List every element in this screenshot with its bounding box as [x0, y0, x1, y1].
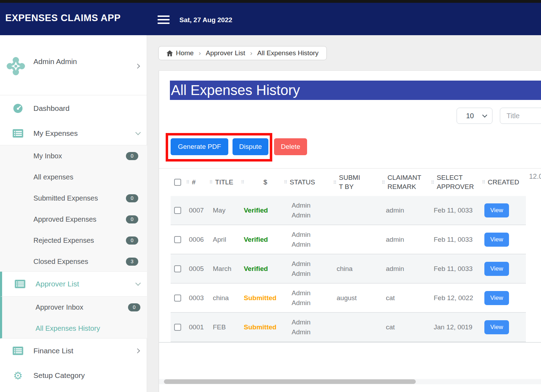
sidebar-item-label: Dashboard [33, 104, 70, 113]
status-badge: Verified [241, 207, 284, 214]
cell-title: china [209, 294, 241, 302]
page-title: All Expenses History [170, 82, 300, 98]
header-date: Sat, 27 Aug 2022 [179, 16, 232, 24]
drag-handle-icon[interactable]: ⠿ [241, 180, 244, 184]
drag-handle-icon[interactable]: ⠿ [209, 180, 213, 184]
cell-claimant-remark: august [333, 294, 382, 302]
chevron-down-icon [135, 129, 141, 135]
sidebar-item-approver-list[interactable]: Approver List [0, 272, 147, 296]
breadcrumb-separator: › [250, 49, 252, 57]
column-header-created[interactable]: ⠿ CREATED [482, 178, 526, 187]
column-header-title[interactable]: ⠿ TITLE [209, 178, 241, 187]
drag-handle-icon[interactable]: ⠿ [431, 180, 434, 185]
count-badge: 0 [126, 215, 138, 223]
sidebar-item-dashboard[interactable]: Dashboard [0, 95, 147, 122]
hamburger-menu-icon[interactable] [158, 15, 170, 25]
status-badge: Submitted [241, 294, 284, 302]
main-card: All Expenses History 10 Generate PDF Dis… [159, 70, 541, 392]
column-header-amount[interactable]: ⠿ $ [241, 178, 284, 187]
breadcrumb-approver-list[interactable]: Approver List [206, 49, 245, 57]
row-checkbox[interactable] [174, 295, 181, 302]
sidebar-item-all-expenses[interactable]: All expenses [0, 166, 147, 188]
sidebar-item-my-expenses[interactable]: My Expenses [0, 122, 147, 145]
status-badge: Verified [241, 265, 284, 273]
sidebar-item-approved-expenses[interactable]: Approved Expenses 0 [0, 209, 147, 230]
cell-select-approver: admin [382, 207, 431, 214]
cell-select-approver: cat [382, 323, 431, 331]
clipped-column-header: 12.0 [529, 172, 541, 181]
cell-title: May [209, 207, 241, 214]
view-button[interactable]: View [484, 291, 509, 305]
avatar [6, 57, 25, 76]
column-header-status[interactable]: ⠿ STATUS [284, 178, 333, 187]
column-header-select-approver[interactable]: ⠿ SELECT APPROVER [431, 173, 482, 191]
drag-handle-icon[interactable]: ⠿ [482, 180, 485, 184]
sidebar-item-my-inbox[interactable]: My Inbox 0 [0, 145, 147, 166]
row-checkbox[interactable] [174, 236, 181, 243]
sidebar-item-approver-inbox[interactable]: Approver Inbox 0 [2, 297, 149, 318]
sidebar-item-setup-category[interactable]: ⚙ Setup Category [0, 363, 147, 388]
sidebar-item-finance-list[interactable]: Finance List [0, 339, 147, 363]
row-checkbox[interactable] [174, 265, 181, 272]
chevron-right-icon [135, 348, 140, 353]
drag-handle-icon[interactable]: ⠿ [333, 180, 337, 185]
count-badge: 0 [126, 236, 138, 245]
cell-id: 0005 [186, 265, 209, 273]
sidebar-item-closed-expenses[interactable]: Closed Expenses 3 [0, 251, 147, 272]
breadcrumb: Home › Approver List › All Expenses Hist… [158, 46, 327, 60]
my-expenses-submenu: My Inbox 0 All expenses Submitted Expens… [0, 145, 147, 272]
cell-submit-by: Admin Admin [284, 288, 333, 308]
cell-id: 0003 [186, 294, 209, 302]
cell-submit-by: Admin Admin [284, 259, 333, 278]
table-row: 0005 March Verified Admin Admin china ad… [171, 254, 526, 284]
page-size-select[interactable]: 10 [457, 108, 492, 124]
view-button[interactable]: View [484, 233, 509, 247]
cell-submit-by: Admin Admin [284, 230, 333, 249]
horizontal-scrollbar-thumb[interactable] [164, 379, 416, 384]
chevron-down-icon [135, 280, 141, 286]
cell-created: Feb 11, 0033 [431, 236, 482, 244]
title-filter-input[interactable] [500, 108, 541, 124]
count-badge: 0 [126, 194, 138, 202]
home-icon [166, 50, 173, 56]
dashboard-gauge-icon [12, 103, 24, 113]
approver-submenu: Approver Inbox 0 All Expenses History [0, 296, 147, 339]
column-header-submit-by[interactable]: ⠿ SUBMI T BY [333, 173, 382, 191]
count-badge: 3 [126, 258, 138, 266]
select-all-checkbox[interactable] [174, 179, 181, 186]
sidebar-item-rejected-expenses[interactable]: Rejected Expenses 0 [0, 230, 147, 251]
table-row: 0007 May Verified Admin Admin admin Feb … [171, 196, 526, 225]
generate-pdf-button[interactable]: Generate PDF [171, 138, 228, 155]
count-badge: 0 [126, 152, 138, 160]
sidebar-item-all-expenses-history[interactable]: All Expenses History [2, 318, 149, 339]
status-badge: Verified [241, 236, 284, 244]
page-title-banner: All Expenses History [170, 81, 541, 100]
row-checkbox[interactable] [174, 324, 181, 331]
column-header-id[interactable]: ⠿ # [186, 178, 209, 187]
sidebar-item-label: My Expenses [33, 129, 78, 138]
drag-handle-icon[interactable]: ⠿ [186, 180, 190, 184]
cell-created: Feb 11, 0033 [431, 265, 482, 273]
sidebar-user[interactable]: Admin Admin [0, 48, 147, 84]
delete-button[interactable]: Delete [274, 138, 307, 155]
count-badge: 0 [128, 303, 140, 311]
view-button[interactable]: View [484, 320, 509, 334]
page-size-value: 10 [466, 112, 474, 120]
view-button[interactable]: View [484, 262, 509, 276]
horizontal-scrollbar-track[interactable] [159, 379, 541, 384]
cell-id: 0007 [186, 207, 209, 214]
dispute-button[interactable]: Dispute [233, 138, 268, 155]
drag-handle-icon[interactable]: ⠿ [382, 180, 385, 185]
chevron-down-icon [482, 113, 487, 118]
column-header-claimant-remark[interactable]: ⠿ CLAIMANT REMARK [382, 173, 431, 191]
cell-id: 0001 [186, 323, 209, 331]
cell-id: 0006 [186, 236, 209, 244]
sidebar: Admin Admin Dashboard My Expenses [0, 35, 147, 392]
view-button[interactable]: View [484, 203, 509, 217]
row-checkbox[interactable] [174, 207, 181, 214]
sidebar-item-submitted-expenses[interactable]: Submitted Expenses 0 [0, 188, 147, 209]
breadcrumb-home[interactable]: Home [166, 49, 194, 57]
user-name: Admin Admin [33, 57, 77, 66]
drag-handle-icon[interactable]: ⠿ [284, 180, 287, 184]
app-title: EXPENSES CLAIMS APP [5, 13, 121, 24]
